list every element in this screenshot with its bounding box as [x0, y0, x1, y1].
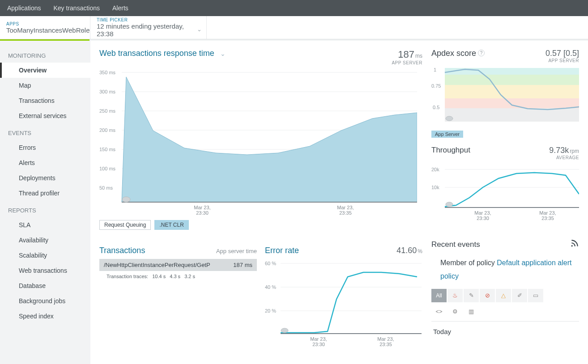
apdex-sub: APP SERVER — [545, 58, 579, 63]
throughput-chart[interactable]: 20k10k Mar 23,23:30 Mar 23,23:35 — [431, 163, 579, 221]
recent-events-title: Recent events — [431, 240, 480, 249]
svg-text:23:35: 23:35 — [379, 342, 392, 347]
svg-text:40 %: 40 % — [265, 284, 276, 290]
svg-text:50 ms: 50 ms — [99, 185, 113, 190]
transaction-traces: Transaction traces: 10.4 s 4.3 s 3.2 s — [99, 271, 257, 282]
trace-2[interactable]: 4.3 s — [170, 274, 180, 279]
sidebar-item-scalability[interactable]: Scalability — [0, 248, 90, 263]
transactions-subtitle: App server time — [216, 248, 257, 254]
app-picker[interactable]: APPS TooManyInstancesWebRole ⌄ — [0, 16, 90, 39]
trace-1[interactable]: 10.4 s — [152, 274, 166, 279]
sidebar-item-web-transactions[interactable]: Web transactions — [0, 263, 90, 278]
error-rate-title[interactable]: Error rate — [265, 246, 299, 255]
help-icon[interactable]: ? — [478, 50, 485, 56]
sidebar-item-sla[interactable]: SLA — [0, 217, 90, 233]
sidebar-item-external-services[interactable]: External services — [0, 108, 90, 123]
response-time-metric: 187ms APP SERVER — [392, 49, 422, 65]
sidebar-item-thread-profiler[interactable]: Thread profiler — [0, 186, 90, 201]
sidebar-item-transactions[interactable]: Transactions — [0, 93, 90, 108]
filter-error-icon[interactable]: ⊘ — [480, 289, 495, 302]
throughput-unit: rpm — [570, 148, 579, 154]
svg-text:0.75: 0.75 — [431, 83, 441, 89]
legend-net-clr[interactable]: .NET CLR — [154, 220, 188, 230]
svg-rect-36 — [445, 108, 579, 122]
apdex-title: Apdex score? — [431, 49, 485, 58]
svg-text:Mar 23,: Mar 23, — [539, 210, 556, 216]
response-time-legend: Request Queuing .NET CLR — [99, 220, 422, 230]
svg-text:250 ms: 250 ms — [99, 108, 116, 114]
apdex-metric: 0.57 [0.5] APP SERVER — [545, 49, 579, 63]
time-picker[interactable]: TIME PICKER 12 minutes ending yesterday,… — [90, 16, 207, 39]
svg-rect-35 — [445, 98, 579, 108]
svg-text:23:35: 23:35 — [339, 210, 352, 216]
chevron-down-icon: ⌄ — [197, 26, 202, 33]
apdex-title-text: Apdex score — [431, 49, 476, 58]
legend-request-queuing[interactable]: Request Queuing — [99, 220, 151, 230]
policy-prefix: Member of policy — [440, 259, 497, 267]
rss-icon[interactable] — [570, 239, 579, 250]
main-content: Web transactions response time ⌄ 187ms A… — [90, 41, 431, 364]
filter-note-icon[interactable]: ✐ — [512, 289, 527, 302]
sidebar-item-errors[interactable]: Errors — [0, 140, 90, 155]
svg-rect-34 — [445, 85, 579, 98]
filter-gear-icon[interactable]: ⚙ — [447, 305, 463, 318]
sidebar-item-availability[interactable]: Availability — [0, 233, 90, 248]
svg-text:23:30: 23:30 — [196, 210, 209, 216]
sidebar-item-background-jobs[interactable]: Background jobs — [0, 293, 90, 309]
svg-text:100 ms: 100 ms — [99, 166, 116, 171]
svg-text:Mar 23,: Mar 23, — [310, 336, 327, 342]
svg-text:350 ms: 350 ms — [99, 70, 116, 75]
response-time-title[interactable]: Web transactions response time ⌄ — [99, 49, 226, 58]
svg-text:Mar 23,: Mar 23, — [377, 336, 394, 342]
response-time-sub: APP SERVER — [392, 60, 422, 65]
svg-text:150 ms: 150 ms — [99, 147, 116, 152]
recent-events-panel: Recent events Member of policy Default a… — [431, 239, 579, 335]
filter-fire-icon[interactable]: ♨ — [447, 289, 463, 302]
response-time-title-text: Web transactions response time — [99, 49, 214, 58]
sidebar-section-monitoring: MONITORING — [0, 46, 90, 63]
svg-text:0.5: 0.5 — [433, 105, 439, 110]
sidebar-item-database[interactable]: Database — [0, 278, 90, 293]
trace-3[interactable]: 3.2 s — [184, 274, 195, 279]
throughput-metric: 9.73krpm AVERAGE — [549, 146, 579, 160]
svg-point-31 — [281, 328, 288, 333]
sidebar-item-alerts[interactable]: Alerts — [0, 155, 90, 170]
filter-chart-icon[interactable]: ▥ — [464, 305, 479, 318]
svg-text:23:30: 23:30 — [477, 216, 489, 221]
svg-text:Mar 23,: Mar 23, — [337, 205, 354, 210]
error-rate-chart[interactable]: 60 %40 %20 % Mar 23,23:30 Mar 23,23:35 — [265, 259, 422, 348]
transactions-panel: Transactions App server time /NewHttpCli… — [99, 246, 257, 348]
svg-text:23:30: 23:30 — [312, 342, 325, 347]
filter-all-button[interactable]: All — [431, 289, 447, 302]
response-time-value: 187 — [398, 49, 414, 60]
error-rate-unit: % — [418, 248, 422, 254]
filter-code-icon[interactable]: <> — [431, 305, 447, 318]
nav-alerts[interactable]: Alerts — [112, 4, 128, 12]
transaction-row[interactable]: /NewHttpClientInstancePerRequest/GetP 18… — [99, 259, 257, 271]
top-nav: Applications Key transactions Alerts — [0, 0, 588, 16]
filter-warning-icon[interactable]: △ — [496, 289, 511, 302]
nav-key-transactions[interactable]: Key transactions — [54, 4, 100, 12]
sidebar-item-deployments[interactable]: Deployments — [0, 170, 90, 186]
right-column: Apdex score? 0.57 [0.5] APP SERVER — [431, 41, 588, 364]
chevron-down-icon: ⌄ — [220, 50, 226, 57]
throughput-value: 9.73k — [549, 146, 569, 155]
svg-text:20k: 20k — [431, 167, 439, 172]
filter-key-icon[interactable]: ✎ — [464, 289, 479, 302]
time-picker-value: 12 minutes ending yesterday, 23:38 — [97, 22, 200, 38]
sidebar-item-speed-index[interactable]: Speed index — [0, 309, 90, 324]
svg-point-51 — [571, 245, 573, 246]
svg-text:23:35: 23:35 — [541, 216, 554, 221]
apdex-value: 0.57 [0.5] — [545, 49, 579, 58]
nav-applications[interactable]: Applications — [7, 4, 41, 12]
sidebar-item-overview[interactable]: Overview — [0, 63, 90, 78]
apdex-badge[interactable]: App Server — [431, 131, 463, 138]
app-picker-label: APPS — [6, 21, 84, 26]
transactions-title[interactable]: Transactions — [99, 246, 145, 255]
response-time-chart[interactable]: 350 ms300 ms 250 ms200 ms 150 ms100 ms 5… — [99, 68, 422, 216]
apdex-chart[interactable]: 10.750.5 — [431, 66, 579, 131]
sidebar-item-map[interactable]: Map — [0, 78, 90, 93]
svg-text:Mar 23,: Mar 23, — [474, 210, 491, 216]
filter-screen-icon[interactable]: ▭ — [528, 289, 543, 302]
transaction-time: 187 ms — [233, 262, 252, 268]
